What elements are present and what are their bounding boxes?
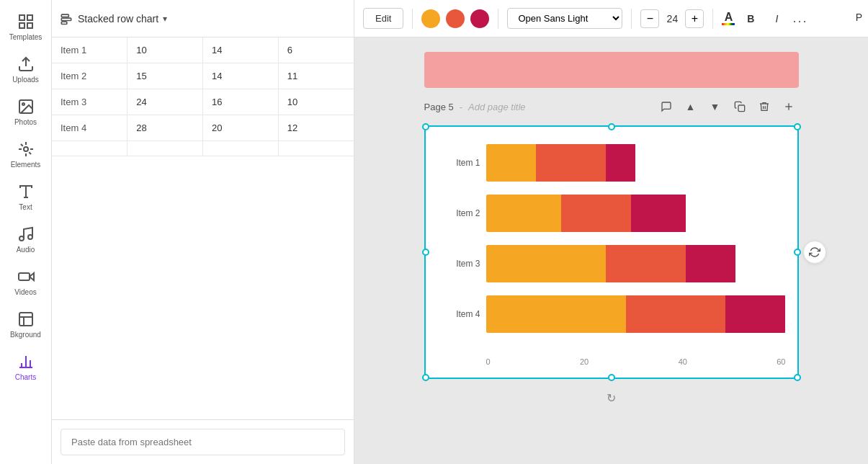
image-icon — [17, 98, 35, 115]
color-swatch-3[interactable] — [470, 9, 489, 28]
bar-segment[interactable] — [536, 144, 606, 182]
chart-refresh-area: ↻ — [424, 385, 799, 411]
bar-segment[interactable] — [631, 195, 686, 232]
svg-point-7 — [24, 147, 28, 151]
text-icon — [17, 183, 35, 200]
chart-bar-container — [486, 144, 786, 182]
chart-row-label: Item 1 — [437, 158, 480, 168]
chart-bar-container — [486, 295, 786, 333]
table-row[interactable]: Item 2151411 — [52, 63, 354, 89]
page-notes-button[interactable] — [656, 97, 676, 117]
sidebar-item-background[interactable]: Bkground — [0, 303, 51, 346]
sidebar-item-photos[interactable]: Photos — [0, 91, 51, 133]
sidebar-item-audio[interactable]: Audio — [0, 218, 51, 261]
upload-icon — [17, 55, 35, 73]
bold-button[interactable]: B — [741, 9, 761, 29]
music-icon — [17, 226, 35, 243]
sidebar-item-text[interactable]: Text — [0, 176, 51, 218]
toolbar-divider-3 — [631, 9, 632, 29]
bar-segment[interactable] — [486, 195, 561, 232]
bar-segment[interactable] — [486, 295, 626, 333]
bar-segment[interactable] — [686, 245, 735, 282]
paste-area — [52, 419, 354, 464]
font-size-value: 24 — [663, 13, 681, 24]
page-duplicate-button[interactable] — [730, 97, 750, 117]
sidebar-item-elements[interactable]: Elements — [0, 133, 51, 176]
bar-segment[interactable] — [561, 195, 631, 232]
page-up-button[interactable]: ▲ — [681, 97, 701, 117]
svg-rect-19 — [61, 14, 68, 17]
chart-type-selector[interactable]: Stacked row chart ▾ — [59, 12, 167, 26]
sidebar-label-text: Text — [19, 203, 32, 211]
chart-refresh-button[interactable]: ↻ — [601, 388, 622, 408]
edit-button[interactable]: Edit — [363, 8, 403, 29]
table-row[interactable]: Item 3241610 — [52, 89, 354, 115]
edit-toolbar: Edit Open Sans Light − 24 + A B I ... P — [354, 0, 868, 37]
sidebar-label-audio: Audio — [17, 246, 35, 254]
handle-mid-right[interactable] — [794, 249, 801, 256]
bar-segment[interactable] — [626, 295, 726, 333]
x-axis-label: 60 — [777, 357, 785, 366]
sidebar-item-uploads[interactable]: Uploads — [0, 48, 51, 91]
sidebar-item-videos[interactable]: Videos — [0, 261, 51, 303]
handle-bot-mid[interactable] — [608, 374, 615, 381]
svg-point-11 — [28, 235, 32, 239]
bar-segment[interactable] — [486, 144, 536, 182]
handle-top-right[interactable] — [794, 123, 801, 130]
handle-bot-right[interactable] — [794, 374, 801, 381]
font-size-increase[interactable]: + — [685, 9, 704, 28]
sidebar-item-templates[interactable]: Templates — [0, 6, 51, 48]
color-swatch-2[interactable] — [446, 9, 465, 28]
chart-row: Item 1 — [437, 144, 786, 182]
page-down-button[interactable]: ▼ — [705, 97, 725, 117]
data-panel: Stacked row chart ▾ Item 110146Item 2151… — [52, 0, 354, 464]
handle-mid-left[interactable] — [422, 249, 429, 256]
grid-icon — [17, 13, 35, 30]
data-table-container[interactable]: Item 110146Item 2151411Item 3241610Item … — [52, 37, 354, 419]
page-add-button[interactable] — [779, 97, 799, 117]
handle-bot-left[interactable] — [422, 374, 429, 381]
chart-row: Item 3 — [437, 245, 786, 282]
bar-segment[interactable] — [606, 144, 636, 182]
chart-row-label: Item 3 — [437, 259, 480, 269]
chart-row-label: Item 4 — [437, 309, 480, 319]
chart-card[interactable]: Item 1Item 2Item 3Item 4 0204060 — [424, 125, 799, 379]
pink-banner — [424, 52, 799, 88]
handle-top-left[interactable] — [422, 123, 429, 130]
color-swatch-1[interactable] — [421, 9, 440, 28]
page-delete-button[interactable] — [754, 97, 774, 117]
bar-segment[interactable] — [486, 245, 606, 282]
page-indicator: P — [856, 12, 862, 23]
font-size-decrease[interactable]: − — [640, 9, 659, 28]
chart-row-label: Item 2 — [437, 208, 480, 218]
font-selector[interactable]: Open Sans Light — [507, 8, 622, 29]
chart-row: Item 2 — [437, 195, 786, 232]
font-size-control: − 24 + — [640, 9, 704, 28]
bar-segment[interactable] — [606, 245, 686, 282]
svg-rect-12 — [19, 273, 30, 280]
refresh-icon — [809, 246, 820, 258]
page-header-actions: ▲ ▼ — [656, 97, 799, 117]
sidebar-label-videos: Videos — [14, 288, 36, 296]
font-color-button[interactable]: A — [722, 12, 735, 25]
svg-rect-3 — [27, 23, 32, 28]
bar-segment[interactable] — [725, 295, 785, 333]
x-axis-label: 0 — [486, 357, 491, 366]
svg-rect-21 — [61, 22, 67, 24]
sidebar-label-elements: Elements — [11, 161, 41, 169]
handle-top-mid[interactable] — [608, 123, 615, 130]
sidebar-item-charts[interactable]: Charts — [0, 346, 51, 388]
add-page-title[interactable]: Add page title — [468, 102, 526, 112]
page-header: Page 5 - Add page title ▲ ▼ — [424, 94, 799, 120]
italic-button[interactable]: I — [766, 9, 787, 29]
table-row[interactable]: Item 110146 — [52, 37, 354, 63]
canvas-area[interactable]: Page 5 - Add page title ▲ ▼ — [354, 37, 868, 464]
table-row[interactable] — [52, 141, 354, 156]
more-options-button[interactable]: ... — [792, 11, 807, 26]
svg-point-10 — [19, 236, 24, 241]
table-row[interactable]: Item 4282012 — [52, 115, 354, 141]
svg-rect-22 — [738, 105, 745, 112]
paste-input[interactable] — [61, 429, 345, 455]
page-label: Page 5 — [424, 102, 454, 112]
chart-action-float-button[interactable] — [803, 241, 826, 264]
